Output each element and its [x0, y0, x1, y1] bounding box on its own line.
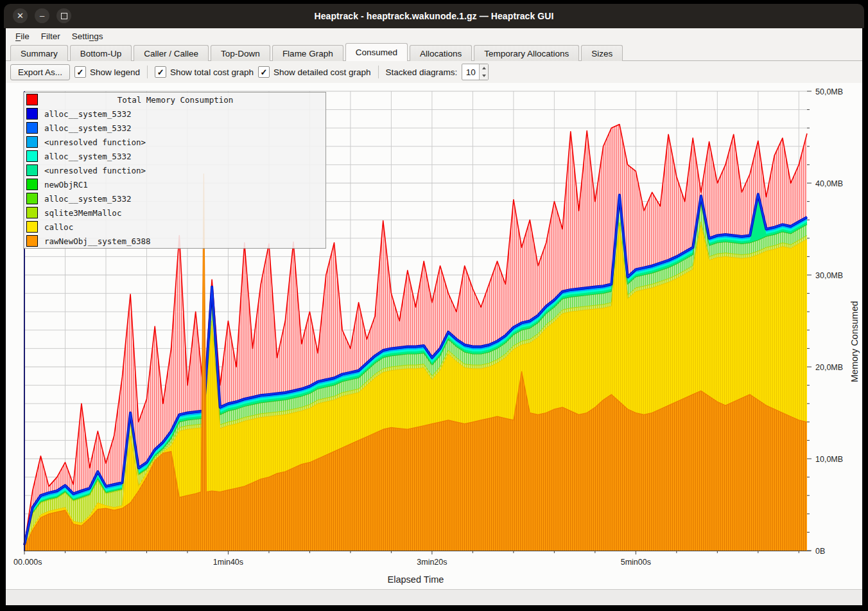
spin-up-button[interactable]	[480, 64, 488, 72]
tab-summary[interactable]: Summary	[10, 45, 68, 61]
stacked-diagrams-spinbox[interactable]: 10	[462, 64, 489, 80]
legend-swatch	[26, 235, 38, 247]
legend-swatch	[26, 122, 38, 134]
y-tick-label: 40,0MB	[815, 179, 843, 188]
legend-swatch	[26, 164, 38, 176]
maximize-icon	[61, 13, 67, 19]
legend-item: alloc__system_5332	[24, 107, 326, 121]
legend-label: alloc__system_5332	[44, 109, 131, 119]
heaptrack-window: { "titlebar": { "title": "Heaptrack - he…	[0, 0, 868, 611]
menu-file[interactable]: File	[10, 30, 35, 42]
legend-label: alloc__system_5332	[44, 152, 131, 161]
x-axis-title: Elapsed Time	[24, 574, 807, 585]
tab-consumed[interactable]: Consumed	[345, 43, 408, 61]
x-tick-label: 00.000s	[13, 558, 42, 567]
legend-label: calloc	[44, 222, 73, 232]
legend-item: newObjRC1	[24, 177, 326, 191]
y-tick-label: 0B	[815, 547, 825, 556]
legend-swatch	[26, 108, 38, 120]
minimize-button[interactable]: –	[35, 8, 49, 23]
legend-swatch	[26, 136, 38, 148]
legend-label: <unresolved function>	[44, 166, 146, 175]
legend-swatch	[26, 221, 38, 233]
tab-allocations[interactable]: Allocations	[410, 45, 472, 61]
legend-item: <unresolved function>	[24, 135, 326, 149]
chart-legend: Total Memory Consumptionalloc__system_53…	[23, 92, 326, 249]
y-tick-label: 10,0MB	[815, 455, 843, 464]
legend-title-row: Total Memory Consumption	[24, 93, 326, 107]
show-detailed-cost-checkbox-group[interactable]: ✓ Show detailed cost graph	[258, 66, 371, 78]
tab-top-down[interactable]: Top-Down	[211, 45, 270, 61]
legend-label: newObjRC1	[44, 180, 88, 190]
legend-item: calloc	[24, 220, 326, 234]
show-detailed-cost-checkbox[interactable]: ✓	[258, 66, 270, 78]
window-title: Heaptrack - heaptrack.wakunode.1.gz — He…	[314, 11, 553, 21]
export-as-button[interactable]: Export As...	[10, 64, 70, 80]
legend-title: Total Memory Consumption	[44, 95, 306, 105]
tab-caller-callee[interactable]: Caller / Callee	[134, 45, 209, 61]
legend-item: alloc__system_5332	[24, 191, 326, 206]
tabbar: SummaryBottom-UpCaller / CalleeTop-DownF…	[6, 44, 862, 61]
toolbar: Export As... ✓ Show legend ✓ Show total …	[6, 61, 862, 83]
show-legend-checkbox[interactable]: ✓	[74, 66, 86, 78]
legend-label: rawNewObj__system_6388	[44, 236, 151, 246]
tab-flame-graph[interactable]: Flame Graph	[272, 45, 343, 61]
legend-item: <unresolved function>	[24, 163, 326, 177]
stacked-diagrams-label: Stacked diagrams:	[386, 67, 458, 77]
show-total-cost-checkbox[interactable]: ✓	[155, 66, 166, 78]
legend-label: alloc__system_5332	[44, 123, 131, 133]
show-detailed-cost-label: Show detailed cost graph	[273, 67, 371, 77]
heaptrack-window: ✕ – Heaptrack - heaptrack.wakunode.1.gz …	[0, 0, 868, 611]
stacked-diagrams-value[interactable]: 10	[462, 64, 479, 80]
main-content: FileFilterSettings SummaryBottom-UpCalle…	[6, 28, 862, 590]
menu-settings[interactable]: Settings	[66, 30, 109, 42]
menubar: FileFilterSettings	[6, 28, 862, 44]
toolbar-separator	[147, 66, 148, 78]
show-legend-checkbox-group[interactable]: ✓ Show legend	[74, 66, 140, 78]
window-controls: ✕ –	[13, 8, 71, 23]
spinbox-buttons	[479, 64, 488, 80]
legend-label: <unresolved function>	[44, 137, 146, 147]
y-tick-label: 50,0MB	[815, 87, 843, 96]
consumed-chart[interactable]: 00.000s1min40s3min20s5min00s0B10,0MB20,0…	[6, 83, 862, 590]
toolbar-separator	[378, 66, 379, 78]
tab-bottom-up[interactable]: Bottom-Up	[70, 45, 132, 61]
legend-label: sqlite3MemMalloc	[44, 208, 121, 218]
y-tick-label: 30,0MB	[815, 271, 843, 280]
legend-swatch	[26, 150, 38, 162]
legend-swatch	[26, 193, 38, 204]
menu-filter[interactable]: Filter	[35, 30, 66, 42]
show-legend-label: Show legend	[90, 67, 140, 77]
legend-swatch	[26, 179, 38, 190]
close-button[interactable]: ✕	[13, 8, 28, 23]
spin-down-button[interactable]	[480, 72, 488, 80]
legend-swatch-total	[26, 94, 38, 105]
titlebar: ✕ – Heaptrack - heaptrack.wakunode.1.gz …	[4, 4, 864, 28]
show-total-cost-label: Show total cost graph	[170, 67, 254, 77]
maximize-button[interactable]	[56, 8, 71, 23]
legend-swatch	[26, 207, 38, 218]
legend-item: rawNewObj__system_6388	[24, 234, 326, 248]
legend-item: alloc__system_5332	[24, 121, 326, 135]
legend-label: alloc__system_5332	[44, 194, 131, 204]
tab-temporary-allocations[interactable]: Temporary Allocations	[474, 45, 579, 61]
show-total-cost-checkbox-group[interactable]: ✓ Show total cost graph	[155, 66, 254, 78]
legend-item: sqlite3MemMalloc	[24, 206, 326, 220]
legend-item: alloc__system_5332	[24, 149, 326, 163]
tab-sizes[interactable]: Sizes	[581, 45, 623, 61]
status-strip	[6, 589, 862, 605]
x-tick-label: 5min00s	[621, 558, 651, 567]
y-axis-title: Memory Consumed	[849, 301, 860, 382]
y-tick-label: 20,0MB	[815, 363, 843, 372]
x-tick-label: 1min40s	[213, 558, 243, 567]
x-tick-label: 3min20s	[417, 558, 447, 567]
